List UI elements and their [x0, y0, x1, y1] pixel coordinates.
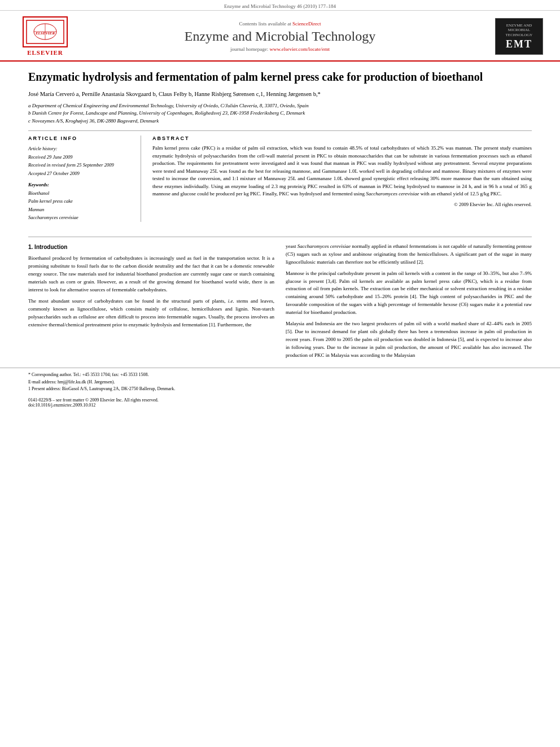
affiliation-c: c Novozymes A/S, Kroghøjvej 36, DK-2880 …	[28, 117, 532, 125]
email-text: E-mail address: hmj@life.ku.dk (H. Jørge…	[28, 379, 115, 385]
journal-center: Contents lists available at ScienceDirec…	[73, 21, 487, 52]
svg-text:ELSEVIER: ELSEVIER	[35, 31, 55, 36]
keywords-section: Keywords: Bioethanol Palm kernel press c…	[28, 182, 133, 222]
copyright-line: © 2009 Elsevier Inc. All rights reserved…	[152, 202, 532, 207]
elsevier-text: ELSEVIER	[27, 49, 63, 56]
elsevier-logo: ELSEVIER ELSEVIER	[17, 16, 73, 56]
received-date: Received 29 June 2009	[28, 153, 133, 161]
keywords-title: Keywords:	[28, 182, 133, 187]
elsevier-logo-box: ELSEVIER	[23, 16, 68, 47]
footnotes: * Corresponding author. Tel.: +45 3533 1…	[0, 368, 560, 395]
keyword-2: Palm kernel press cake	[28, 197, 133, 205]
journal-header: ELSEVIER ELSEVIER Contents lists availab…	[0, 11, 560, 62]
email-line: E-mail address: hmj@life.ku.dk (H. Jørge…	[28, 379, 532, 386]
article-meta-section: ARTICLE INFO Article history: Received 2…	[28, 136, 532, 222]
section1-title: 1. Introduction	[28, 243, 274, 252]
homepage-link[interactable]: www.elsevier.com/locate/emt	[270, 46, 330, 52]
authors: José María Cerveró a, Pernille Anastasia…	[28, 90, 532, 99]
body-col-right: yeast Saccharomyces cerevisiae normally …	[286, 243, 532, 363]
body-two-col: 1. Introduction Bioethanol produced by f…	[28, 243, 532, 363]
article-title: Enzymatic hydrolysis and fermentation of…	[28, 69, 532, 84]
abstract-col: ABSTRACT Palm kernel press cake (PKC) is…	[152, 136, 532, 222]
doi-section: 0141-0229/$ – see front matter © 2009 El…	[0, 395, 560, 411]
corresponding-text: * Corresponding author. Tel.: +45 3533 1…	[28, 372, 148, 377]
body-divider	[28, 237, 532, 237]
intro-para-2: The most abundant source of carbohydrate…	[28, 298, 274, 329]
fn1-text: 1 Present address: BioGasol A/S, Lautrup…	[28, 386, 175, 391]
keywords-list: Bioethanol Palm kernel press cake Mannan…	[28, 189, 133, 222]
keyword-3: Mannan	[28, 206, 133, 213]
article-history: Article history: Received 29 June 2009 R…	[28, 145, 133, 177]
abstract-text: Palm kernel press cake (PKC) is a residu…	[152, 145, 532, 198]
journal-issue-ref: Enzyme and Microbial Technology 46 (2010…	[224, 3, 336, 9]
sciencedirect-prefix: Contents lists available at	[239, 21, 292, 27]
affiliation-a: a Department of Chemical Engineering and…	[28, 102, 532, 110]
authors-text: José María Cerveró a, Pernille Anastasia…	[28, 91, 321, 97]
sciencedirect-anchor[interactable]: ScienceDirect	[292, 21, 321, 27]
journal-homepage: journal homepage: www.elsevier.com/locat…	[73, 46, 487, 52]
keyword-1: Bioethanol	[28, 189, 133, 197]
fn1-line: 1 Present address: BioGasol A/S, Lautrup…	[28, 386, 532, 393]
intro-para-5: Malaysia and Indonesia are the two large…	[286, 320, 532, 360]
intro-para-3: yeast Saccharomyces cerevisiae normally …	[286, 243, 532, 267]
body-content: 1. Introduction Bioethanol produced by f…	[0, 237, 560, 363]
affiliation-b: b Danish Centre for Forest, Landscape an…	[28, 110, 532, 117]
affiliations: a Department of Chemical Engineering and…	[28, 102, 532, 125]
page-wrapper: Enzyme and Microbial Technology 46 (2010…	[0, 0, 560, 747]
accepted-date: Accepted 27 October 2009	[28, 169, 133, 177]
body-col-left: 1. Introduction Bioethanol produced by f…	[28, 243, 274, 363]
divider-top	[28, 130, 532, 131]
history-label: Article history:	[28, 145, 133, 152]
journal-logo-right: ENZYME AND MICROBIAL TECHNOLOGY EMT	[487, 18, 543, 55]
article-info-heading: ARTICLE INFO	[28, 136, 133, 141]
emt-letters: EMT	[506, 38, 532, 50]
emt-logo: ENZYME AND MICROBIAL TECHNOLOGY EMT	[495, 18, 543, 55]
homepage-prefix: journal homepage:	[230, 46, 269, 52]
abstract-heading: ABSTRACT	[152, 136, 532, 141]
issn-text: 0141-0229/$ – see front matter © 2009 El…	[28, 397, 532, 403]
journal-title: Enzyme and Microbial Technology	[73, 29, 487, 44]
corresponding-author: * Corresponding author. Tel.: +45 3533 1…	[28, 372, 532, 379]
intro-para-4: Mannose is the principal carbohydrate pr…	[286, 270, 532, 317]
emt-top-text: ENZYME AND MICROBIAL TECHNOLOGY	[496, 22, 542, 38]
article-info-col: ARTICLE INFO Article history: Received 2…	[28, 136, 141, 222]
revised-date: Received in revised form 25 September 20…	[28, 161, 133, 169]
doi-text: doi:10.1016/j.enzmictec.2009.10.012	[28, 403, 532, 408]
sciencedirect-link: Contents lists available at ScienceDirec…	[73, 21, 487, 27]
article-content: Enzymatic hydrolysis and fermentation of…	[0, 62, 560, 233]
intro-para-1: Bioethanol produced by fermentation of c…	[28, 255, 274, 294]
keyword-4: Saccharomyces cerevisiae	[28, 213, 133, 221]
top-bar: Enzyme and Microbial Technology 46 (2010…	[0, 0, 560, 11]
abstract-body: Palm kernel press cake (PKC) is a residu…	[152, 145, 532, 196]
